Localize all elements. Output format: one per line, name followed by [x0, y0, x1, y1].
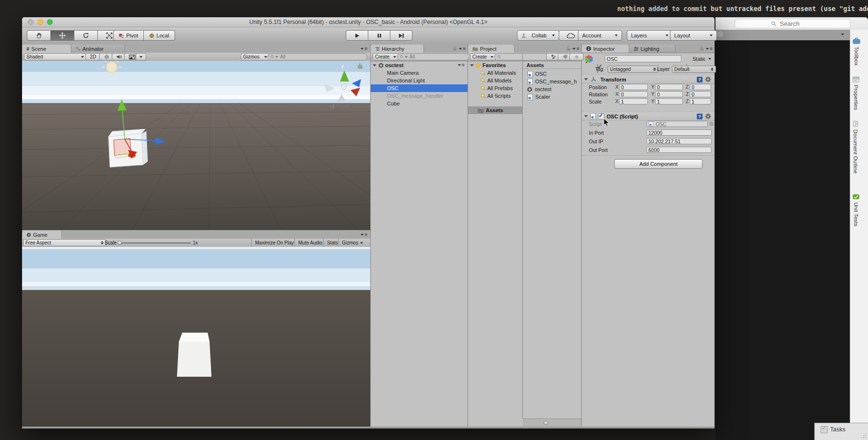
hierarchy-scene-row[interactable]: osctest — [371, 61, 468, 69]
layer-dropdown[interactable]: Default — [672, 66, 716, 73]
project-search-field[interactable] — [494, 53, 549, 60]
scale-slider-track[interactable] — [118, 243, 191, 243]
vs-search-input[interactable] — [779, 20, 814, 28]
rotation-z-field[interactable] — [690, 91, 711, 97]
gear-icon[interactable] — [705, 76, 711, 82]
project-assets-folder-row[interactable]: Assets — [468, 106, 522, 114]
window-close-button[interactable] — [28, 19, 34, 25]
lock-icon[interactable] — [358, 63, 363, 69]
rotate-tool-button[interactable] — [74, 30, 98, 41]
chevron-down-icon[interactable] — [841, 34, 844, 35]
scale-z-field[interactable] — [690, 98, 711, 104]
vs-window-button[interactable] — [716, 31, 724, 38]
hierarchy-item-main-camera[interactable]: Main Camera — [371, 69, 468, 77]
tasks-label[interactable]: Tasks — [830, 426, 845, 433]
lock-icon[interactable] — [453, 46, 457, 51]
pause-button[interactable] — [368, 30, 390, 41]
gameobject-cube-icon[interactable] — [585, 55, 593, 63]
help-icon[interactable]: ? — [697, 77, 703, 82]
pivot-toggle-button[interactable]: Pivot — [113, 30, 144, 41]
window-minimize-button[interactable] — [37, 19, 43, 25]
move-tool-button[interactable] — [51, 30, 74, 41]
unity-titlebar[interactable]: Unity 5.5.1f1 Personal (64bit) - osctest… — [22, 17, 715, 27]
static-dropdown-caret[interactable] — [708, 58, 711, 60]
project-column-divider[interactable] — [522, 53, 523, 418]
hierarchy-search-field[interactable] — [397, 53, 469, 60]
hierarchy-create-dropdown[interactable]: Create — [373, 53, 399, 60]
lock-icon[interactable] — [566, 46, 571, 51]
hand-tool-button[interactable] — [27, 30, 51, 41]
collab-dropdown[interactable]: Collab — [517, 30, 559, 41]
window-zoom-button[interactable] — [47, 19, 53, 25]
persp-label[interactable]: Persp — [336, 103, 350, 109]
hierarchy-item-osc-message-handler[interactable]: OSC_message_handler — [371, 92, 468, 100]
pad-tab-properties[interactable]: Properties — [853, 77, 859, 110]
position-x-field[interactable] — [619, 84, 648, 90]
step-button[interactable] — [390, 30, 412, 41]
game-panel-menu[interactable] — [361, 232, 367, 237]
layers-dropdown[interactable]: Layers — [627, 30, 673, 41]
help-icon[interactable]: ? — [697, 114, 703, 119]
scene-search-field[interactable] — [268, 53, 367, 60]
script-object-field[interactable]: OSC — [646, 121, 708, 127]
tasks-checkbox-icon[interactable]: ✓ — [821, 426, 828, 433]
scene-viewport[interactable]: y z x Persp — [22, 61, 370, 230]
transform-header[interactable]: Transform ? — [582, 75, 715, 84]
hierarchy-item-cube[interactable]: Cube — [371, 100, 468, 107]
mute-audio-button[interactable]: Mute Audio — [295, 239, 325, 247]
scale-slider-handle[interactable] — [117, 241, 122, 245]
hierarchy-item-directional-light[interactable]: Directional Light — [371, 77, 468, 84]
out-ip-field[interactable] — [646, 138, 712, 144]
scene-row-menu[interactable] — [458, 63, 465, 68]
tab-hierarchy[interactable]: Hierarchy — [371, 45, 424, 53]
tab-lighting[interactable]: Lighting — [629, 45, 676, 53]
inspector-panel-menu[interactable] — [706, 46, 713, 51]
pad-tab-document-outline[interactable]: Document Outline — [853, 121, 858, 174]
favorite-all-scripts[interactable]: All Scripts — [468, 92, 522, 100]
position-y-field[interactable] — [655, 84, 683, 90]
scene-panel-menu[interactable] — [361, 46, 367, 51]
lock-icon[interactable] — [700, 46, 704, 51]
scale-x-field[interactable] — [619, 98, 648, 104]
scene-search-input[interactable] — [279, 54, 364, 60]
gameobject-name-field[interactable] — [605, 55, 681, 62]
tab-game[interactable]: Game — [22, 231, 62, 239]
layout-dropdown[interactable]: Layout — [670, 30, 717, 41]
tab-animator[interactable]: Animator — [71, 45, 125, 53]
aspect-ratio-dropdown[interactable]: Free Aspect — [23, 239, 106, 246]
favorite-all-models[interactable]: All Models — [468, 77, 522, 84]
asset-zoom-slider-handle[interactable] — [544, 421, 548, 425]
project-search-input[interactable] — [502, 54, 546, 60]
game-viewport[interactable] — [22, 247, 370, 427]
hierarchy-search-input[interactable] — [409, 54, 466, 60]
scene-gizmos-dropdown[interactable]: Gizmos — [241, 53, 270, 60]
asset-item-osc[interactable]: OSC — [523, 70, 581, 78]
out-port-field[interactable] — [646, 147, 712, 153]
local-toggle-button[interactable]: Local — [144, 30, 175, 41]
shading-mode-dropdown[interactable]: Shaded — [24, 53, 86, 60]
project-create-dropdown[interactable]: Create — [470, 53, 496, 60]
account-dropdown[interactable]: Account — [578, 30, 622, 41]
asset-item-osctest[interactable]: osctest — [523, 85, 581, 93]
tab-inspector[interactable]: Inspector — [582, 45, 629, 53]
object-picker-icon[interactable] — [709, 122, 714, 126]
vs-search-box[interactable] — [735, 19, 851, 28]
rotation-y-field[interactable] — [655, 91, 683, 97]
maximize-on-play-button[interactable]: Maximize On Play — [252, 239, 297, 247]
osc-script-header[interactable]: OSC (Script) ? — [582, 112, 715, 121]
asset-item-scaler[interactable]: Scaler — [523, 93, 581, 101]
tab-scene[interactable]: Scene — [22, 45, 71, 53]
favorite-all-prefabs[interactable]: All Prefabs — [468, 84, 522, 92]
tag-dropdown[interactable]: Untagged — [608, 66, 658, 73]
tab-project[interactable]: Project — [468, 45, 515, 53]
hierarchy-item-osc[interactable]: OSC — [371, 84, 468, 92]
asset-item-osc-message-handler[interactable]: OSC_message_h — [523, 78, 581, 85]
hierarchy-panel-menu[interactable] — [459, 46, 466, 51]
add-component-button[interactable]: Add Component — [614, 159, 703, 169]
in-port-field[interactable] — [646, 129, 712, 136]
position-z-field[interactable] — [690, 84, 711, 90]
favorite-all-materials[interactable]: All Materials — [468, 69, 522, 77]
project-favorites-row[interactable]: Favorites — [468, 61, 522, 69]
pad-tab-unit-tests[interactable]: Unit Tests — [853, 194, 859, 226]
pad-tab-toolbox[interactable]: Toolbox — [853, 37, 860, 66]
